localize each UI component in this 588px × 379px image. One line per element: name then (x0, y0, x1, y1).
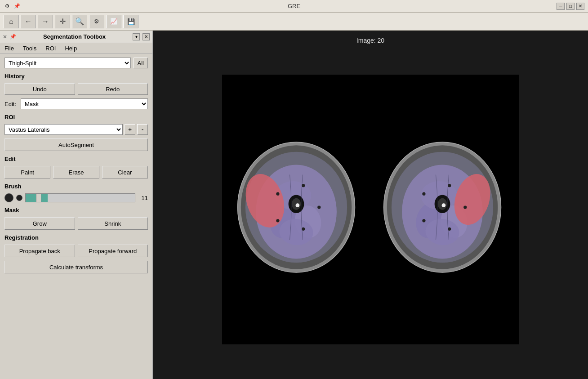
paint-button[interactable]: Paint (4, 166, 50, 178)
brush-slider[interactable] (25, 193, 135, 202)
toolbox-header: ✕ 📌 Segmentation Toolbox ▾ ✕ (0, 31, 152, 43)
propagate-forward-button[interactable]: Propagate forward (78, 245, 148, 257)
edit-mask-row: Edit: Mask (4, 98, 148, 109)
save-button[interactable]: 💾 (123, 15, 138, 28)
thigh-split-dropdown[interactable]: Thigh-Split (4, 58, 131, 68)
toolbox-close-button[interactable]: ✕ (143, 33, 150, 40)
all-button[interactable]: All (134, 58, 148, 68)
brush-small-circle (16, 195, 22, 201)
forward-button[interactable]: → (38, 15, 53, 28)
mri-container (222, 75, 519, 344)
edit-tools-row: Paint Erase Clear (4, 166, 148, 178)
mri-canvas (222, 75, 519, 344)
brush-large-circle (4, 193, 13, 202)
edit-label: Edit: (4, 101, 18, 107)
clear-button[interactable]: Clear (102, 166, 148, 178)
brush-row: 11 (4, 193, 148, 202)
edit-dropdown[interactable]: Mask (21, 98, 148, 109)
undo-button[interactable]: Undo (4, 83, 75, 95)
window-title: GRE (288, 3, 300, 9)
adjust-button[interactable]: ⚙ (89, 15, 104, 28)
edit-section-label: Edit (4, 156, 148, 162)
toolbox-panel: ✕ 📌 Segmentation Toolbox ▾ ✕ File Tools … (0, 31, 153, 379)
roi-add-button[interactable]: + (125, 124, 135, 135)
redo-button[interactable]: Redo (78, 83, 148, 95)
autosegment-button[interactable]: AutoSegment (4, 138, 148, 151)
brush-value: 11 (138, 195, 148, 201)
grow-shrink-row: Grow Shrink (4, 217, 148, 230)
title-bar-left: ⚙ 📌 (4, 3, 21, 10)
pin-icon: 📌 (13, 3, 21, 10)
roi-dropdown-row: Vastus Lateralis + - (4, 124, 148, 135)
roi-dropdown[interactable]: Vastus Lateralis (4, 124, 123, 135)
title-bar: ⚙ 📌 GRE ─ □ ✕ (0, 0, 588, 13)
roi-remove-button[interactable]: - (137, 124, 148, 135)
home-button[interactable]: ⌂ (4, 15, 19, 28)
toolbar: ⌂ ← → ✛ 🔍 ⚙ 📈 💾 (0, 13, 588, 31)
toolbox-menu-bar: File Tools ROI Help (0, 43, 152, 54)
move-button[interactable]: ✛ (55, 15, 70, 28)
shrink-button[interactable]: Shrink (78, 217, 148, 230)
mask-label: Mask (4, 207, 148, 214)
calculate-transforms-button[interactable]: Calculate transforms (4, 261, 148, 273)
close-button[interactable]: ✕ (576, 3, 584, 10)
history-label: History (4, 73, 148, 80)
image-area: Image: 20 (153, 31, 588, 379)
window-controls: ─ □ ✕ (557, 3, 584, 10)
maximize-button[interactable]: □ (566, 3, 575, 10)
registration-label: Registration (4, 234, 148, 241)
back-button[interactable]: ← (21, 15, 36, 28)
thigh-split-row: Thigh-Split All (4, 58, 148, 68)
chart-button[interactable]: 📈 (106, 15, 121, 28)
toolbox-collapse-button[interactable]: ▾ (133, 33, 140, 40)
image-title: Image: 20 (356, 37, 384, 44)
main-layout: ✕ 📌 Segmentation Toolbox ▾ ✕ File Tools … (0, 31, 588, 379)
menu-help[interactable]: Help (63, 44, 79, 53)
minimize-button[interactable]: ─ (557, 3, 565, 10)
toolbox-x-icon: ✕ (3, 34, 7, 40)
toolbox-content: Thigh-Split All History Undo Redo Edit: … (0, 54, 152, 277)
erase-button[interactable]: Erase (53, 166, 99, 178)
brush-label: Brush (4, 183, 148, 190)
menu-file[interactable]: File (3, 44, 16, 53)
menu-roi[interactable]: ROI (44, 44, 58, 53)
app-icon: ⚙ (4, 3, 11, 10)
toolbox-title: Segmentation Toolbox (19, 33, 130, 40)
roi-label: ROI (4, 114, 148, 120)
resize-handle[interactable] (584, 375, 588, 379)
propagate-row: Propagate back Propagate forward (4, 245, 148, 257)
grow-button[interactable]: Grow (4, 217, 75, 230)
history-buttons: Undo Redo (4, 83, 148, 95)
toolbox-pin-icon[interactable]: 📌 (10, 34, 16, 40)
zoom-button[interactable]: 🔍 (72, 15, 87, 28)
propagate-back-button[interactable]: Propagate back (4, 245, 75, 257)
menu-tools[interactable]: Tools (21, 44, 38, 53)
